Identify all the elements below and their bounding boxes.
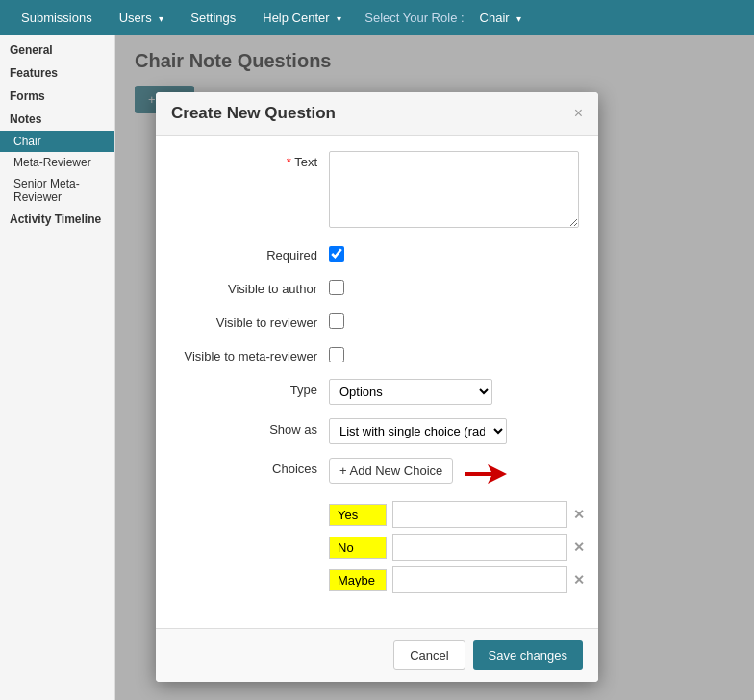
required-row: Required <box>175 244 579 264</box>
arrow-indicator <box>461 462 507 488</box>
type-label: Type <box>175 379 329 397</box>
show-as-wrap: List with single choice (radio b <box>329 418 579 444</box>
required-label: Required <box>175 244 329 262</box>
required-checkbox[interactable] <box>329 246 344 262</box>
visible-reviewer-label: Visible to reviewer <box>175 312 329 330</box>
choice-badge-yes: Yes <box>329 504 387 526</box>
choice-badge-maybe: Maybe <box>329 569 387 591</box>
top-navigation: Submissions Users ▾ Settings Help Center… <box>0 0 754 35</box>
choice-input-maybe[interactable] <box>392 566 567 593</box>
add-new-choice-button[interactable]: + Add New Choice <box>329 458 453 484</box>
modal-title: Create New Question <box>171 104 336 123</box>
show-as-label: Show as <box>175 418 329 437</box>
required-wrap <box>329 244 579 264</box>
visible-author-label: Visible to author <box>175 278 329 296</box>
modal-overlay: Create New Question × * Text <box>115 35 754 700</box>
sidebar-item-meta-reviewer[interactable]: Meta-Reviewer <box>0 152 114 173</box>
nav-settings[interactable]: Settings <box>179 5 247 31</box>
choices-label: Choices <box>175 458 329 476</box>
visible-reviewer-checkbox[interactable] <box>329 313 344 329</box>
choice-badge-no: No <box>329 537 387 559</box>
sidebar-item-features[interactable]: Features <box>0 62 114 85</box>
text-field-wrap <box>329 151 579 231</box>
content-area: Chair Note Questions + Add Create New Qu… <box>115 35 754 700</box>
modal-close-button[interactable]: × <box>574 106 583 121</box>
visible-reviewer-wrap <box>329 312 579 332</box>
type-select[interactable]: Options Text <box>329 379 492 405</box>
sidebar-item-senior-meta-reviewer[interactable]: Senior Meta-Reviewer <box>0 173 114 208</box>
main-layout: General Features Forms Notes Chair Meta-… <box>0 35 754 700</box>
nav-help-center[interactable]: Help Center ▾ <box>251 5 353 31</box>
text-field-row: * Text <box>175 151 579 231</box>
visible-reviewer-row: Visible to reviewer <box>175 312 579 332</box>
choice-remove-maybe[interactable]: ✕ <box>573 572 585 588</box>
modal-body: * Text Required <box>156 136 598 628</box>
choice-remove-no[interactable]: ✕ <box>573 539 585 555</box>
sidebar-item-notes[interactable]: Notes <box>0 108 114 131</box>
visible-author-checkbox[interactable] <box>329 280 344 295</box>
visible-meta-reviewer-label: Visible to meta-reviewer <box>175 345 329 363</box>
save-changes-button[interactable]: Save changes <box>473 640 583 670</box>
text-label: * Text <box>175 151 329 169</box>
nav-chair-role[interactable]: Chair ▾ <box>468 5 534 31</box>
choices-row: Choices + Add New Choice <box>175 458 579 599</box>
sidebar-item-forms[interactable]: Forms <box>0 85 114 108</box>
sidebar-item-activity-timeline[interactable]: Activity Timeline <box>0 208 114 231</box>
sidebar-item-chair[interactable]: Chair <box>0 131 114 152</box>
choices-wrap: + Add New Choice Yes <box>329 458 585 599</box>
visible-author-wrap <box>329 278 579 298</box>
visible-author-row: Visible to author <box>175 278 579 298</box>
sidebar: General Features Forms Notes Chair Meta-… <box>0 35 115 700</box>
visible-meta-reviewer-row: Visible to meta-reviewer <box>175 345 579 365</box>
choice-row-no: No ✕ <box>329 534 585 561</box>
modal-footer: Cancel Save changes <box>156 628 598 682</box>
cancel-button[interactable]: Cancel <box>393 640 465 670</box>
show-as-select[interactable]: List with single choice (radio b <box>329 418 507 444</box>
type-wrap: Options Text <box>329 379 579 405</box>
text-textarea[interactable] <box>329 151 579 228</box>
visible-meta-reviewer-checkbox[interactable] <box>329 347 344 362</box>
nav-submissions[interactable]: Submissions <box>10 5 104 31</box>
visible-meta-reviewer-wrap <box>329 345 579 365</box>
choice-remove-yes[interactable]: ✕ <box>573 507 585 522</box>
svg-marker-0 <box>465 464 507 484</box>
modal-header: Create New Question × <box>156 92 598 136</box>
choice-input-no[interactable] <box>392 534 567 561</box>
sidebar-item-general[interactable]: General <box>0 38 114 62</box>
choice-row-yes: Yes ✕ <box>329 501 585 528</box>
create-question-modal: Create New Question × * Text <box>156 92 598 682</box>
role-label: Select Your Role : <box>364 11 464 25</box>
nav-users[interactable]: Users ▾ <box>108 5 176 31</box>
type-row: Type Options Text <box>175 379 579 405</box>
choice-input-yes[interactable] <box>392 501 567 528</box>
choice-row-maybe: Maybe ✕ <box>329 566 585 593</box>
show-as-row: Show as List with single choice (radio b <box>175 418 579 444</box>
